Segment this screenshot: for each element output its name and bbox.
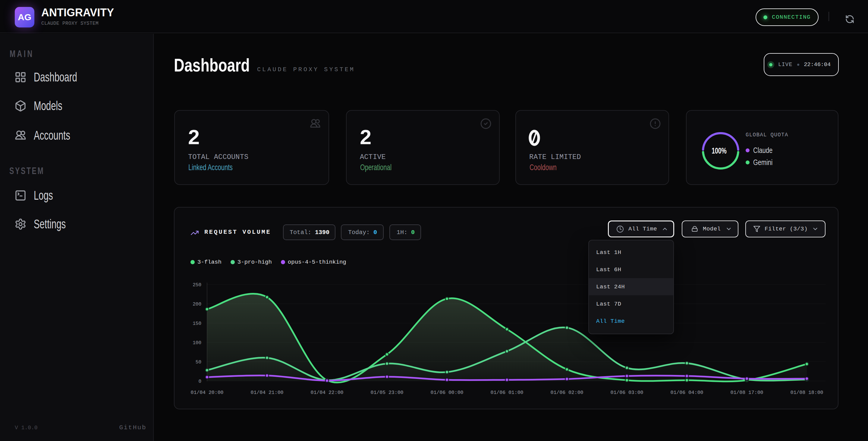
svg-text:01/04 21:00: 01/04 21:00 [251, 390, 284, 395]
svg-text:01/08 17:00: 01/08 17:00 [731, 390, 764, 395]
svg-text:01/05 23:00: 01/05 23:00 [371, 390, 404, 395]
svg-text:01/06 03:00: 01/06 03:00 [611, 390, 644, 395]
svg-text:01/06 04:00: 01/06 04:00 [671, 390, 704, 395]
svg-text:150: 150 [193, 321, 201, 326]
svg-text:100: 100 [193, 340, 201, 346]
svg-text:01/08 18:00: 01/08 18:00 [790, 390, 824, 395]
svg-text:50: 50 [195, 359, 201, 365]
svg-text:0: 0 [198, 379, 201, 384]
svg-text:01/06 00:00: 01/06 00:00 [431, 390, 464, 395]
svg-text:01/04 20:00: 01/04 20:00 [191, 390, 224, 395]
svg-text:250: 250 [193, 282, 201, 288]
svg-text:200: 200 [193, 302, 201, 307]
svg-text:01/04 22:00: 01/04 22:00 [311, 390, 344, 395]
svg-text:01/06 02:00: 01/06 02:00 [551, 390, 584, 395]
svg-text:01/06 01:00: 01/06 01:00 [491, 390, 524, 395]
